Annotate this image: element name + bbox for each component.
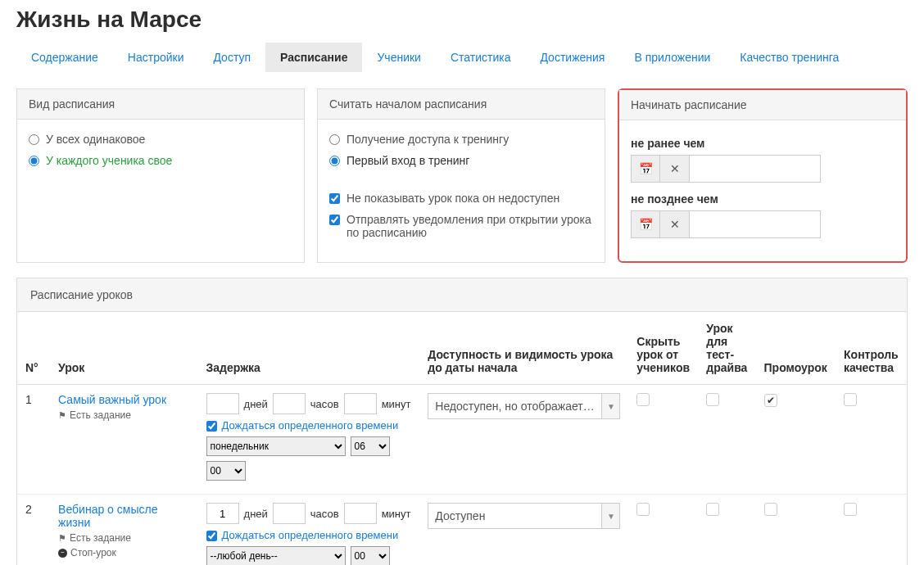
checkbox-input[interactable] xyxy=(329,215,340,225)
checkbox[interactable] xyxy=(764,394,777,407)
cell-num: 2 xyxy=(17,495,50,566)
not-earlier-input[interactable] xyxy=(690,155,821,183)
checkbox[interactable] xyxy=(636,503,650,516)
lesson-link[interactable]: Самый важный урок xyxy=(58,393,189,406)
days-label: дней xyxy=(244,508,268,520)
page-title: Жизнь на Марсе xyxy=(16,7,908,33)
check-hide-unavailable[interactable]: Не показывать урок пока он недоступен xyxy=(329,192,593,205)
days-input[interactable] xyxy=(206,393,239,414)
radio-access-granted[interactable]: Получение доступа к тренингу xyxy=(329,133,593,146)
close-icon: ✕ xyxy=(670,162,680,175)
tab-достижения[interactable]: Достижения xyxy=(525,43,619,72)
col-avail: Доступность и видимость урока до даты на… xyxy=(419,312,628,385)
cell-qc xyxy=(836,385,907,495)
panel-start-schedule: Начинать расписание не ранее чем 📅 ✕ не … xyxy=(618,88,908,263)
tab-ученики[interactable]: Ученики xyxy=(362,43,435,72)
dropdown-caret[interactable]: ▼ xyxy=(602,503,620,529)
radio-input[interactable] xyxy=(29,156,39,166)
radio-label: Получение доступа к тренингу xyxy=(346,133,509,146)
col-promo: Промоурок xyxy=(756,312,836,385)
checkbox[interactable] xyxy=(706,503,719,516)
not-later-input[interactable] xyxy=(690,210,821,238)
clear-button[interactable]: ✕ xyxy=(660,155,690,183)
hours-input[interactable] xyxy=(273,393,306,414)
calendar-icon: 📅 xyxy=(639,162,653,175)
cell-promo xyxy=(756,495,836,566)
radio-same-for-all[interactable]: У всех одинаковое xyxy=(29,133,292,146)
lesson-meta-task: ⚑ Есть задание xyxy=(58,532,189,544)
tab-расписание[interactable]: Расписание xyxy=(265,43,362,72)
tab-статистика[interactable]: Статистика xyxy=(436,43,526,72)
cell-promo xyxy=(756,385,836,495)
table-row: 1 Самый важный урок ⚑ Есть задание дней … xyxy=(17,385,907,495)
col-qc: Контроль качества xyxy=(836,312,907,385)
calendar-button[interactable]: 📅 xyxy=(631,210,660,238)
radio-first-login[interactable]: Первый вход в тренинг xyxy=(329,154,593,167)
checkbox[interactable] xyxy=(636,393,650,406)
checkbox[interactable] xyxy=(764,503,777,516)
days-input[interactable] xyxy=(206,503,239,524)
tab-в-приложении[interactable]: В приложении xyxy=(619,43,725,72)
minute-select[interactable]: 00 xyxy=(206,461,246,481)
table-row: 2 Вебинар о смысле жизни ⚑ Есть задание … xyxy=(17,495,907,566)
lesson-link[interactable]: Вебинар о смысле жизни xyxy=(58,503,189,529)
panel-header: Считать началом расписания xyxy=(318,89,605,120)
dropdown-caret[interactable]: ▼ xyxy=(602,393,620,419)
hours-label: часов xyxy=(310,508,339,520)
mins-label: минут xyxy=(382,508,411,520)
check-send-notifications[interactable]: Отправлять уведомления при открытии урок… xyxy=(329,213,593,239)
flag-icon: ⚑ xyxy=(58,533,66,544)
checkbox-input[interactable] xyxy=(329,193,340,204)
cell-num: 1 xyxy=(17,385,50,495)
hours-label: часов xyxy=(310,398,339,410)
days-label: дней xyxy=(244,398,268,410)
panel-header: Начинать расписание xyxy=(619,90,906,120)
checkbox[interactable] xyxy=(706,393,719,406)
lesson-meta-stop: − Стоп-урок xyxy=(58,547,189,558)
stop-icon: − xyxy=(58,549,67,558)
checkbox[interactable] xyxy=(844,503,857,516)
close-icon: ✕ xyxy=(670,218,680,231)
hour-select[interactable]: 06 xyxy=(351,436,390,456)
radio-per-student[interactable]: У каждого ученика свое xyxy=(29,154,292,167)
wait-label: Дождаться определенного времени xyxy=(222,419,399,432)
checkbox-label: Не показывать урок пока он недоступен xyxy=(346,192,559,205)
mins-input[interactable] xyxy=(344,393,377,414)
panel-header: Вид расписания xyxy=(17,89,304,120)
mins-input[interactable] xyxy=(344,503,377,524)
calendar-icon: 📅 xyxy=(639,218,653,231)
availability-select[interactable]: Недоступен, но отображает… xyxy=(428,393,602,419)
hours-input[interactable] xyxy=(273,503,306,524)
checkbox[interactable] xyxy=(844,393,857,406)
day-select[interactable]: понедельник xyxy=(206,436,346,456)
tab-настройки[interactable]: Настройки xyxy=(113,43,199,72)
col-lesson: Урок xyxy=(50,312,197,385)
label-not-earlier: не ранее чем xyxy=(631,137,895,150)
col-num: N° xyxy=(17,312,50,385)
calendar-button[interactable]: 📅 xyxy=(631,155,660,183)
availability-select[interactable]: Доступен xyxy=(428,503,602,529)
mins-label: минут xyxy=(382,398,411,410)
radio-input[interactable] xyxy=(329,156,340,166)
clear-button[interactable]: ✕ xyxy=(660,210,690,238)
cell-hide xyxy=(628,385,698,495)
cell-testdrive xyxy=(698,495,755,566)
flag-icon: ⚑ xyxy=(58,410,66,421)
tab-качество-тренинга[interactable]: Качество тренинга xyxy=(725,43,854,72)
col-delay: Задержка xyxy=(198,312,420,385)
radio-input[interactable] xyxy=(29,134,39,145)
tab-содержание[interactable]: Содержание xyxy=(16,43,113,72)
radio-label: У всех одинаковое xyxy=(46,133,145,146)
lesson-schedule-section: Расписание уроков N° Урок Задержка Досту… xyxy=(16,278,908,565)
cell-qc xyxy=(836,495,907,566)
hour-select[interactable]: 00 xyxy=(351,546,390,565)
day-select[interactable]: --любой день-- xyxy=(206,546,346,565)
section-header: Расписание уроков xyxy=(17,278,907,312)
label-not-later: не позднее чем xyxy=(631,192,895,206)
radio-input[interactable] xyxy=(329,134,340,145)
tab-доступ[interactable]: Доступ xyxy=(198,43,265,72)
cell-hide xyxy=(628,495,698,566)
wait-checkbox[interactable] xyxy=(206,421,217,432)
wait-checkbox[interactable] xyxy=(206,531,217,541)
schedule-table: N° Урок Задержка Доступность и видимость… xyxy=(17,312,907,565)
